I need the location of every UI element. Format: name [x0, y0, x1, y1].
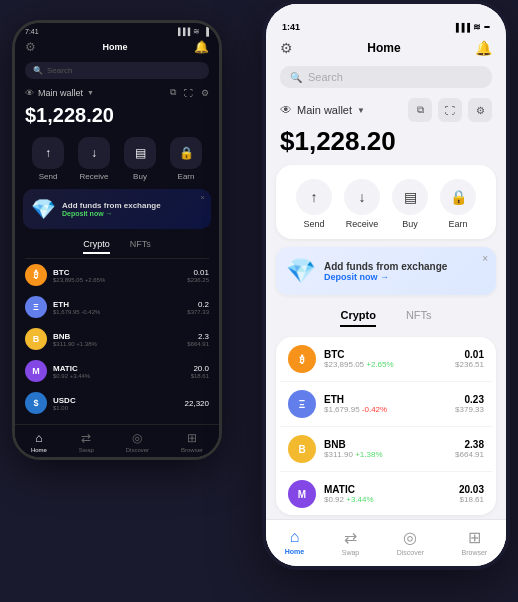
light-tab-nfts[interactable]: NFTs	[406, 309, 432, 327]
light-copy-button[interactable]: ⧉	[408, 98, 432, 122]
dark-nav-swap[interactable]: ⇄ Swap	[79, 431, 94, 453]
dark-earn-button[interactable]: 🔒 Earn	[170, 137, 202, 181]
light-coin-matic[interactable]: M MATIC $0.92 +3.44% 20.03 $18.61	[280, 472, 492, 515]
light-screen: 1:41 ▐▐▐ ≋ ⚙ Home 🔔 🔍 Search 👁	[266, 4, 506, 566]
dark-eth-usd: $377.33	[187, 309, 209, 315]
light-wallet-label: Main wallet	[297, 104, 352, 116]
dark-banner-text: Add funds from exchange Deposit now →	[62, 201, 203, 217]
light-matic-amount: 20.03 $18.61	[459, 484, 484, 504]
dark-wallet-section: 👁 Main wallet ▼ ⧉ ⛶ ⚙	[15, 83, 219, 102]
light-coin-btc[interactable]: ₿ BTC $23,895.05 +2.65% 0.01 $236.51	[280, 337, 492, 382]
light-matic-usd: $18.61	[459, 495, 484, 504]
dark-earn-icon: 🔒	[170, 137, 202, 169]
dark-wallet-label: Main wallet	[38, 88, 83, 98]
light-search-placeholder: Search	[308, 71, 343, 83]
light-earn-label: Earn	[448, 219, 467, 229]
light-receive-button[interactable]: ↓ Receive	[344, 169, 380, 229]
light-nav-swap[interactable]: ⇄ Swap	[342, 528, 360, 556]
light-banner-link[interactable]: Deposit now →	[324, 272, 486, 282]
light-dropdown-icon[interactable]: ▼	[357, 106, 365, 115]
dark-expand-icon[interactable]: ⛶	[184, 88, 193, 98]
dark-buy-button[interactable]: ▤ Buy	[124, 137, 156, 181]
dark-discover-label: Discover	[126, 447, 149, 453]
light-bnb-info: BNB $311.90 +1.38%	[324, 439, 447, 459]
dark-coin-matic[interactable]: M MATIC $0.92 +3.44% 20.0 $18.61	[15, 355, 219, 387]
dark-receive-button[interactable]: ↓ Receive	[78, 137, 110, 181]
light-header: ⚙ Home 🔔	[266, 36, 506, 62]
light-phone: 1:41 ▐▐▐ ≋ ⚙ Home 🔔 🔍 Search 👁	[262, 0, 510, 570]
dark-eth-info: ETH $1,679.95 -0.42%	[53, 300, 181, 315]
dark-dropdown-icon[interactable]: ▼	[87, 89, 94, 96]
dark-send-button[interactable]: ↑ Send	[32, 137, 64, 181]
light-time: 1:41	[282, 22, 300, 32]
dark-matic-usd: $18.61	[191, 373, 209, 379]
light-eth-amount: 0.23 $379.33	[455, 394, 484, 414]
dark-bnb-info: BNB $311.90 +1.38%	[53, 332, 181, 347]
dark-banner-close[interactable]: ×	[200, 193, 205, 202]
light-tabs: Crypto NFTs	[280, 303, 492, 333]
dark-battery-icon: ▐	[203, 27, 209, 36]
dark-send-label: Send	[39, 172, 58, 181]
light-coin-bnb[interactable]: B BNB $311.90 +1.38% 2.38 $664.91	[280, 427, 492, 472]
dark-wallet-amount: $1,228.20	[15, 102, 219, 133]
dark-usdc-sub: $1.00	[53, 405, 179, 411]
dark-browser-label: Browser	[181, 447, 203, 453]
dark-earn-label: Earn	[178, 172, 195, 181]
dark-eth-val: 0.2	[187, 300, 209, 309]
light-tab-crypto[interactable]: Crypto	[340, 309, 375, 327]
dark-bnb-val: 2.3	[187, 332, 209, 341]
dark-btc-icon: ₿	[25, 264, 47, 286]
light-expand-button[interactable]: ⛶	[438, 98, 462, 122]
light-wallet-settings-button[interactable]: ⚙	[468, 98, 492, 122]
dark-coin-btc[interactable]: ₿ BTC $23,895.05 +2.65% 0.01 $236.25	[15, 259, 219, 291]
light-btc-name: BTC	[324, 349, 447, 360]
light-nav-discover[interactable]: ◎ Discover	[397, 528, 424, 556]
dark-coin-usdc[interactable]: $ USDC $1.00 22,320	[15, 387, 219, 419]
dark-search-icon: 🔍	[33, 66, 43, 75]
light-btc-info: BTC $23,895.05 +2.65%	[324, 349, 447, 369]
light-banner-image: 💎	[286, 257, 316, 285]
light-btc-sub: $23,895.05 +2.65%	[324, 360, 447, 369]
light-browser-icon: ⊞	[468, 528, 481, 547]
dark-matic-val: 20.0	[191, 364, 209, 373]
dark-tab-crypto[interactable]: Crypto	[83, 239, 110, 254]
light-buy-button[interactable]: ▤ Buy	[392, 169, 428, 229]
light-coin-eth[interactable]: Ξ ETH $1,679.95 -0.42% 0.23 $379.33	[280, 382, 492, 427]
dark-coin-eth[interactable]: Ξ ETH $1,679.95 -0.42% 0.2 $377.33	[15, 291, 219, 323]
dark-search-bar[interactable]: 🔍 Search	[25, 62, 209, 79]
light-matic-sub: $0.92 +3.44%	[324, 495, 451, 504]
dark-header: ⚙ Home 🔔	[15, 38, 219, 58]
dark-coin-bnb[interactable]: B BNB $311.90 +1.38% 2.3 $664.91	[15, 323, 219, 355]
light-btc-val: 0.01	[455, 349, 484, 360]
dark-tab-nfts[interactable]: NFTs	[130, 239, 151, 254]
light-search-bar[interactable]: 🔍 Search	[280, 66, 492, 88]
light-earn-button[interactable]: 🔒 Earn	[440, 169, 476, 229]
light-discover-label: Discover	[397, 549, 424, 556]
dark-receive-label: Receive	[80, 172, 109, 181]
dark-bnb-amount: 2.3 $664.91	[187, 332, 209, 347]
dark-notification-icon[interactable]: 🔔	[194, 40, 209, 54]
light-settings-icon[interactable]: ⚙	[280, 40, 293, 56]
light-send-label: Send	[303, 219, 324, 229]
light-buy-icon: ▤	[392, 179, 428, 215]
light-send-button[interactable]: ↑ Send	[296, 169, 332, 229]
light-header-title: Home	[367, 41, 400, 55]
light-matic-val: 20.03	[459, 484, 484, 495]
dark-copy-icon[interactable]: ⧉	[170, 87, 176, 98]
dark-nav-browser[interactable]: ⊞ Browser	[181, 431, 203, 453]
dark-banner-link[interactable]: Deposit now →	[62, 210, 203, 217]
dark-settings-icon[interactable]: ⚙	[25, 40, 36, 54]
light-notch-area	[266, 4, 506, 14]
light-notification-icon[interactable]: 🔔	[475, 40, 492, 56]
light-home-icon: ⌂	[290, 528, 300, 546]
light-nav-home[interactable]: ⌂ Home	[285, 528, 304, 556]
dark-nav-discover[interactable]: ◎ Discover	[126, 431, 149, 453]
light-banner-close[interactable]: ×	[482, 253, 488, 264]
light-nav-browser[interactable]: ⊞ Browser	[462, 528, 488, 556]
light-wallet-section: 👁 Main wallet ▼ ⧉ ⛶ ⚙	[266, 92, 506, 124]
light-status-icons: ▐▐▐ ≋	[453, 22, 490, 32]
dark-nav-home[interactable]: ⌂ Home	[31, 431, 47, 453]
dark-eth-amount: 0.2 $377.33	[187, 300, 209, 315]
dark-wallet-settings-icon[interactable]: ⚙	[201, 88, 209, 98]
phones-container: 7:41 ▐▐▐ ≋ ▐ ⚙ Home 🔔 🔍 Search 👁	[0, 0, 518, 602]
